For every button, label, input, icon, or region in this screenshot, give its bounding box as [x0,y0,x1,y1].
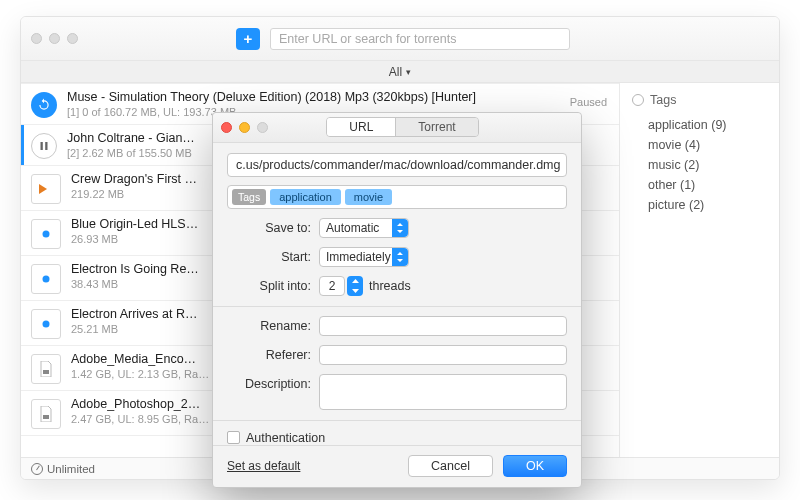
filter-label: All [389,65,402,79]
item-title: Electron Arrives at R… [71,307,197,321]
item-subtitle: 25.21 MB [71,323,197,335]
referer-label: Referer: [227,348,319,362]
tab-torrent[interactable]: Torrent [395,118,477,136]
window-controls [31,33,78,44]
description-input[interactable] [319,374,567,410]
step-up-icon[interactable] [347,276,363,286]
titlebar: + Enter URL or search for torrents [21,17,779,61]
threads-suffix: threads [369,279,411,293]
close-window-icon[interactable] [31,33,42,44]
video-file-icon [31,174,61,204]
sidebar-heading: Tags [632,93,767,107]
svg-rect-0 [41,142,43,150]
speed-icon [31,463,43,475]
referer-input[interactable] [319,345,567,365]
source-tabs: URL Torrent [326,117,478,137]
tag-item[interactable]: music (2) [632,155,767,175]
progress-indicator [21,125,24,165]
tags-field[interactable]: Tags application movie [227,185,567,209]
item-title: Muse - Simulation Theory (Deluxe Edition… [67,90,476,104]
save-to-select[interactable]: Automatic [319,218,409,238]
description-label: Description: [227,374,319,391]
chevron-updown-icon [392,248,408,266]
refresh-icon [31,92,57,118]
item-status: Paused [570,96,607,108]
file-icon [31,219,61,249]
dialog-footer: Set as default Cancel OK [213,445,581,487]
svg-point-3 [43,231,50,238]
minimize-icon[interactable] [239,122,250,133]
svg-point-5 [43,321,50,328]
tag-item[interactable]: other (1) [632,175,767,195]
svg-point-4 [43,276,50,283]
tab-url[interactable]: URL [327,118,395,136]
chevron-down-icon: ▾ [406,67,411,77]
cancel-button[interactable]: Cancel [408,455,493,477]
search-input[interactable]: Enter URL or search for torrents [270,28,570,50]
svg-rect-6 [43,370,49,374]
dialog-header: URL Torrent [213,113,581,143]
zoom-window-icon[interactable] [67,33,78,44]
item-subtitle: 26.93 MB [71,233,198,245]
svg-marker-2 [39,184,47,194]
tags-label: Tags [232,189,266,205]
rename-label: Rename: [227,319,319,333]
set-default-link[interactable]: Set as default [227,459,300,473]
tag-item[interactable]: application (9) [632,115,767,135]
ok-button[interactable]: OK [503,455,567,477]
svg-rect-7 [43,415,49,419]
item-title: Blue Origin-Led HLS… [71,217,198,231]
threads-value[interactable]: 2 [319,276,345,296]
item-subtitle: 2.47 GB, UL: 8.95 GB, Ra… [71,413,209,425]
status-label: Unlimited [47,463,95,475]
chevron-updown-icon [392,219,408,237]
start-label: Start: [227,250,319,264]
step-down-icon[interactable] [347,286,363,296]
pause-icon[interactable] [31,133,57,159]
tag-chip[interactable]: application [270,189,341,205]
tags-sidebar: Tags application (9) movie (4) music (2)… [619,83,779,457]
item-title: Adobe_Media_Enco… [71,352,209,366]
file-icon [31,309,61,339]
item-subtitle: [2] 2.62 MB of 155.50 MB [67,147,195,159]
dialog-window-controls [221,122,268,133]
tag-chip[interactable]: movie [345,189,392,205]
minimize-window-icon[interactable] [49,33,60,44]
file-icon [31,264,61,294]
split-label: Split into: [227,279,319,293]
document-icon [31,399,61,429]
item-subtitle: 38.43 MB [71,278,199,290]
rename-input[interactable] [319,316,567,336]
filter-bar[interactable]: All ▾ [21,61,779,83]
authentication-checkbox[interactable]: Authentication [227,431,567,445]
tag-item[interactable]: movie (4) [632,135,767,155]
item-title: Crew Dragon's First … [71,172,197,186]
save-to-label: Save to: [227,221,319,235]
start-select[interactable]: Immediately [319,247,409,267]
plus-icon: + [244,30,253,47]
svg-rect-1 [45,142,47,150]
close-icon[interactable] [221,122,232,133]
threads-stepper[interactable]: 2 [319,276,363,296]
tag-item[interactable]: picture (2) [632,195,767,215]
item-subtitle: 219.22 MB [71,188,197,200]
zoom-icon [257,122,268,133]
add-button[interactable]: + [236,28,260,50]
checkbox-icon [227,431,240,444]
item-subtitle: 1.42 GB, UL: 2.13 GB, Ra… [71,368,209,380]
item-title: John Coltrane - Gian… [67,131,195,145]
item-title: Adobe_Photoshop_2… [71,397,209,411]
item-title: Electron Is Going Re… [71,262,199,276]
add-download-dialog: URL Torrent c.us/products/commander/mac/… [212,112,582,488]
url-input[interactable]: c.us/products/commander/mac/download/com… [227,153,567,177]
stepper-buttons[interactable] [347,276,363,296]
document-icon [31,354,61,384]
